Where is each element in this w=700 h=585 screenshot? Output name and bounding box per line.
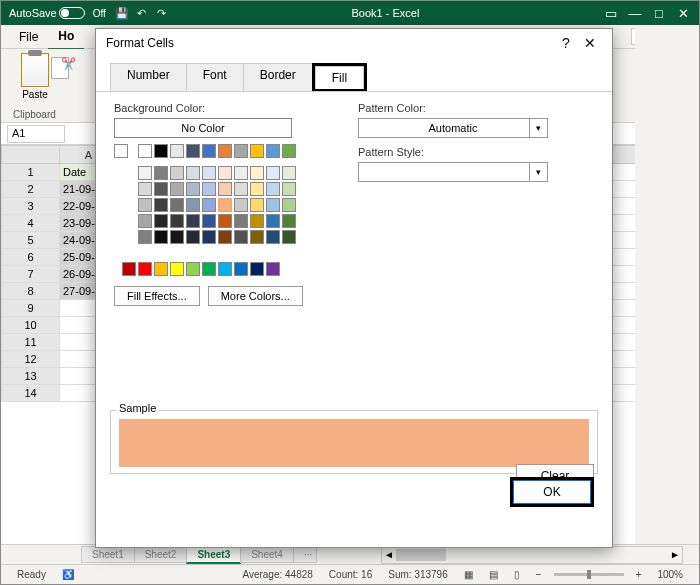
color-swatch[interactable]	[186, 166, 200, 180]
color-swatch[interactable]	[202, 144, 216, 158]
color-swatch[interactable]	[218, 214, 232, 228]
color-swatch[interactable]	[266, 144, 280, 158]
color-swatch[interactable]	[282, 230, 296, 244]
color-swatch[interactable]	[266, 230, 280, 244]
color-swatch[interactable]	[250, 262, 264, 276]
view-normal-icon[interactable]: ▦	[464, 569, 473, 580]
row-header[interactable]: 11	[2, 334, 60, 351]
color-swatch[interactable]	[138, 144, 152, 158]
color-swatch[interactable]	[170, 166, 184, 180]
color-swatch[interactable]	[186, 214, 200, 228]
color-swatch[interactable]	[170, 230, 184, 244]
zoom-level[interactable]: 100%	[657, 569, 683, 580]
color-swatch[interactable]	[266, 182, 280, 196]
scroll-thumb[interactable]	[396, 549, 446, 561]
sheet-tab-1[interactable]: Sheet1	[81, 546, 135, 563]
color-swatch[interactable]	[202, 214, 216, 228]
paste-icon[interactable]	[21, 53, 49, 87]
row-header[interactable]: 1	[2, 164, 60, 181]
color-swatch[interactable]	[170, 198, 184, 212]
sheet-tab-2[interactable]: Sheet2	[134, 546, 188, 563]
color-swatch[interactable]	[234, 182, 248, 196]
color-swatch[interactable]	[138, 166, 152, 180]
name-box[interactable]: A1	[7, 125, 65, 143]
row-header[interactable]: 13	[2, 368, 60, 385]
color-swatch[interactable]	[202, 166, 216, 180]
pattern-style-combo[interactable]: ▾	[358, 162, 548, 182]
row-header[interactable]: 14	[2, 385, 60, 402]
color-swatch[interactable]	[154, 214, 168, 228]
color-swatch[interactable]	[282, 166, 296, 180]
color-swatch[interactable]	[122, 262, 136, 276]
more-colors-button[interactable]: More Colors...	[208, 286, 303, 306]
accessibility-icon[interactable]: ♿	[62, 569, 74, 580]
color-swatch[interactable]	[170, 144, 184, 158]
color-swatch[interactable]	[154, 182, 168, 196]
color-swatch[interactable]	[138, 262, 152, 276]
color-swatch[interactable]	[154, 166, 168, 180]
color-swatch[interactable]	[154, 230, 168, 244]
row-header[interactable]: 5	[2, 232, 60, 249]
autosave-toggle[interactable]	[59, 7, 85, 19]
select-all-cell[interactable]	[2, 146, 60, 164]
row-header[interactable]: 4	[2, 215, 60, 232]
sheet-tab-3[interactable]: Sheet3	[186, 546, 241, 564]
color-swatch[interactable]	[234, 214, 248, 228]
tab-fill[interactable]: Fill	[315, 66, 364, 89]
sheet-tab-4[interactable]: Sheet4	[240, 546, 294, 563]
color-swatch[interactable]	[266, 166, 280, 180]
color-swatch[interactable]	[154, 262, 168, 276]
close-icon[interactable]: ✕	[578, 35, 602, 51]
color-swatch[interactable]	[202, 262, 216, 276]
color-swatch[interactable]	[250, 214, 264, 228]
view-pagebreak-icon[interactable]: ▯	[514, 569, 520, 580]
color-swatch[interactable]	[282, 182, 296, 196]
minimize-icon[interactable]: —	[623, 6, 647, 21]
color-swatch[interactable]	[282, 144, 296, 158]
scroll-right-icon[interactable]: ►	[668, 547, 682, 563]
tab-home[interactable]: Ho	[48, 24, 84, 50]
color-swatch[interactable]	[138, 214, 152, 228]
row-header[interactable]: 9	[2, 300, 60, 317]
row-header[interactable]: 3	[2, 198, 60, 215]
color-swatch[interactable]	[282, 198, 296, 212]
sheet-tab-more[interactable]: ···	[293, 546, 317, 563]
color-swatch[interactable]	[154, 198, 168, 212]
color-swatch[interactable]	[138, 182, 152, 196]
row-header[interactable]: 2	[2, 181, 60, 198]
row-header[interactable]: 12	[2, 351, 60, 368]
color-swatch[interactable]	[234, 144, 248, 158]
color-swatch[interactable]	[218, 182, 232, 196]
help-icon[interactable]: ?	[554, 35, 578, 51]
row-header[interactable]: 6	[2, 249, 60, 266]
scroll-left-icon[interactable]: ◄	[382, 547, 396, 563]
color-swatch[interactable]	[186, 198, 200, 212]
color-swatch[interactable]	[170, 182, 184, 196]
tab-number[interactable]: Number	[110, 63, 187, 92]
color-swatch[interactable]	[202, 230, 216, 244]
horizontal-scrollbar[interactable]: ◄ ►	[381, 546, 683, 564]
color-swatch[interactable]	[218, 262, 232, 276]
cut-icon[interactable]: ✂️	[61, 57, 76, 71]
color-swatch[interactable]	[218, 198, 232, 212]
fill-effects-button[interactable]: Fill Effects...	[114, 286, 200, 306]
view-layout-icon[interactable]: ▤	[489, 569, 498, 580]
color-swatch[interactable]	[282, 214, 296, 228]
save-icon[interactable]: 💾	[112, 7, 132, 20]
color-swatch[interactable]	[250, 144, 264, 158]
tab-border[interactable]: Border	[243, 63, 313, 92]
color-swatch[interactable]	[266, 262, 280, 276]
color-swatch[interactable]	[250, 182, 264, 196]
row-header[interactable]: 8	[2, 283, 60, 300]
color-swatch[interactable]	[218, 144, 232, 158]
color-swatch[interactable]	[170, 214, 184, 228]
row-header[interactable]: 10	[2, 317, 60, 334]
color-swatch[interactable]	[186, 182, 200, 196]
color-swatch[interactable]	[202, 198, 216, 212]
color-swatch[interactable]	[186, 230, 200, 244]
color-swatch[interactable]	[250, 198, 264, 212]
pattern-color-combo[interactable]: Automatic ▾	[358, 118, 548, 138]
close-window-icon[interactable]: ✕	[671, 6, 695, 21]
undo-icon[interactable]: ↶	[132, 7, 152, 20]
color-swatch[interactable]	[250, 166, 264, 180]
